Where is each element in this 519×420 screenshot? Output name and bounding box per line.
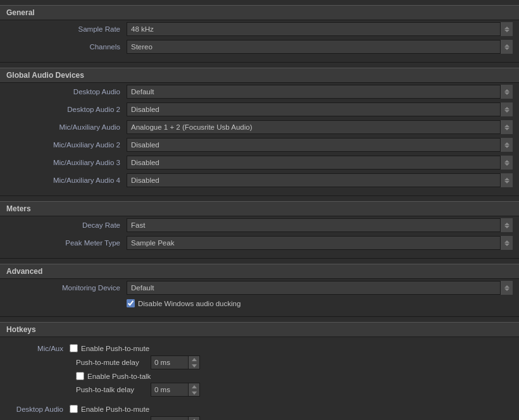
svg-marker-0: [192, 358, 197, 361]
mic-aux2-select[interactable]: Disabled Default: [127, 138, 513, 152]
svg-marker-3: [192, 392, 197, 395]
mic-aux-row: Mic/Auxiliary Audio Analogue 1 + 2 (Focu…: [0, 118, 519, 136]
desktop-audio-select[interactable]: Default Disabled: [127, 85, 513, 99]
mic-aux4-row: Mic/Auxiliary Audio 4 Disabled Default: [0, 171, 519, 189]
mic-aux3-select[interactable]: Disabled Default: [127, 156, 513, 170]
mic-push-to-talk-delay-input[interactable]: [151, 383, 189, 397]
mic-aux4-select[interactable]: Disabled Default: [127, 173, 513, 187]
disable-ducking-row: Disable Windows audio ducking: [0, 297, 519, 310]
mic-aux-hotkey-label: Mic/Aux: [6, 345, 70, 352]
mic-push-to-talk-delay-input-wrap: [151, 383, 200, 397]
peak-meter-select[interactable]: Sample Peak True Peak: [127, 236, 513, 250]
decay-rate-row: Decay Rate Fast Medium Slow: [0, 216, 519, 234]
mic-push-to-talk-delay-row: Push-to-talk delay: [76, 381, 513, 398]
mic-aux2-label: Mic/Auxiliary Audio 2: [6, 141, 127, 149]
desktop-audio-label: Desktop Audio: [6, 88, 127, 96]
mic-push-to-mute-spin-buttons: [189, 355, 200, 369]
general-header: General: [0, 5, 519, 20]
channels-row: Channels Stereo Mono: [0, 38, 519, 56]
hotkeys-header: Hotkeys: [0, 322, 519, 337]
mic-push-to-talk-spin-up[interactable]: [189, 383, 199, 390]
advanced-header: Advanced: [0, 264, 519, 279]
channels-label: Channels: [6, 43, 127, 51]
mic-aux-hotkey-group: Mic/Aux Enable Push-to-mute Push-to-mute…: [6, 342, 513, 398]
desktop-audio-control: Default Disabled: [127, 85, 513, 99]
decay-rate-control: Fast Medium Slow: [127, 218, 513, 232]
desktop-audio-row: Desktop Audio Default Disabled: [0, 83, 519, 101]
mic-push-to-mute-delay-row: Push-to-mute delay: [76, 354, 513, 371]
desktop-audio2-row: Desktop Audio 2 Disabled Default: [0, 101, 519, 118]
desktop-push-to-mute-delay-row: Push-to-mute delay: [76, 415, 513, 420]
mic-push-to-mute-delay-label: Push-to-mute delay: [76, 359, 146, 366]
peak-meter-control: Sample Peak True Peak: [127, 236, 513, 250]
advanced-panel: Advanced Monitoring Device Default Disab…: [0, 259, 519, 317]
desktop-push-to-mute-spin-buttons: [189, 416, 200, 420]
mic-push-to-talk-spin-buttons: [189, 383, 200, 397]
desktop-audio2-control: Disabled Default: [127, 102, 513, 116]
meters-panel: Meters Decay Rate Fast Medium Slow Peak …: [0, 196, 519, 259]
mic-aux2-row: Mic/Auxiliary Audio 2 Disabled Default: [0, 136, 519, 154]
desktop-push-to-mute-checkbox[interactable]: [70, 405, 78, 413]
desktop-audio-hotkey-group: Desktop Audio Enable Push-to-mute Push-t…: [6, 403, 513, 420]
desktop-audio2-label: Desktop Audio 2: [6, 106, 127, 113]
mic-aux-label: Mic/Auxiliary Audio: [6, 123, 127, 131]
mic-push-to-mute-delay-input[interactable]: [151, 355, 189, 369]
disable-ducking-label: Disable Windows audio ducking: [138, 300, 241, 307]
peak-meter-row: Peak Meter Type Sample Peak True Peak: [0, 234, 519, 252]
decay-rate-label: Decay Rate: [6, 221, 127, 229]
desktop-audio-hotkey-label: Desktop Audio: [6, 405, 70, 413]
spin-down-icon: [192, 392, 197, 395]
global-audio-panel: Global Audio Devices Desktop Audio Defau…: [0, 63, 519, 196]
meters-header: Meters: [0, 201, 519, 216]
spin-up-icon: [192, 385, 197, 388]
hotkeys-content: Mic/Aux Enable Push-to-mute Push-to-mute…: [0, 337, 519, 420]
mic-aux2-control: Disabled Default: [127, 138, 513, 152]
sample-rate-label: Sample Rate: [6, 25, 127, 33]
desktop-audio-mute-row: Desktop Audio Enable Push-to-mute: [6, 403, 513, 415]
mic-aux3-control: Disabled Default: [127, 156, 513, 170]
peak-meter-label: Peak Meter Type: [6, 239, 127, 247]
monitoring-device-control: Default Disabled: [127, 281, 513, 295]
mic-push-to-mute-spin-down[interactable]: [189, 362, 199, 369]
mic-aux-mute-row: Mic/Aux Enable Push-to-mute: [6, 342, 513, 354]
mic-push-to-talk-row: Enable Push-to-talk: [76, 371, 513, 381]
desktop-audio2-select[interactable]: Disabled Default: [127, 102, 513, 116]
channels-control: Stereo Mono: [127, 40, 513, 54]
decay-rate-select[interactable]: Fast Medium Slow: [127, 218, 513, 232]
mic-push-to-mute-label: Enable Push-to-mute: [81, 345, 149, 352]
mic-push-to-talk-spin-down[interactable]: [189, 390, 199, 396]
mic-aux3-label: Mic/Auxiliary Audio 3: [6, 159, 127, 166]
hotkeys-panel: Hotkeys Mic/Aux Enable Push-to-mute Push…: [0, 317, 519, 420]
sample-rate-select[interactable]: 48 kHz 44.1 kHz 96 kHz 192 kHz: [127, 22, 513, 36]
svg-marker-1: [192, 364, 197, 368]
desktop-push-to-mute-delay-wrap: [151, 416, 200, 420]
mic-push-to-talk-label: Enable Push-to-talk: [87, 373, 151, 380]
mic-aux3-row: Mic/Auxiliary Audio 3 Disabled Default: [0, 154, 519, 171]
monitoring-device-label: Monitoring Device: [6, 284, 127, 292]
mic-aux-control: Analogue 1 + 2 (Focusrite Usb Audio) Dis…: [127, 120, 513, 134]
general-panel: General Sample Rate 48 kHz 44.1 kHz 96 k…: [0, 0, 519, 63]
disable-ducking-checkbox[interactable]: [127, 299, 135, 307]
channels-select[interactable]: Stereo Mono: [127, 40, 513, 54]
desktop-push-to-mute-delay-input[interactable]: [151, 416, 189, 420]
mic-push-to-talk-delay-label: Push-to-talk delay: [76, 386, 146, 393]
mic-push-to-mute-spin-up[interactable]: [189, 356, 199, 362]
global-audio-header: Global Audio Devices: [0, 68, 519, 83]
mic-aux-select[interactable]: Analogue 1 + 2 (Focusrite Usb Audio) Dis…: [127, 120, 513, 134]
mic-push-to-talk-checkbox[interactable]: [76, 372, 84, 380]
mic-aux4-label: Mic/Auxiliary Audio 4: [6, 176, 127, 184]
monitoring-device-row: Monitoring Device Default Disabled: [0, 279, 519, 297]
monitoring-device-select[interactable]: Default Disabled: [127, 281, 513, 295]
svg-marker-2: [192, 385, 197, 388]
sample-rate-control: 48 kHz 44.1 kHz 96 kHz 192 kHz: [127, 22, 513, 36]
sample-rate-row: Sample Rate 48 kHz 44.1 kHz 96 kHz 192 k…: [0, 20, 519, 38]
mic-aux4-control: Disabled Default: [127, 173, 513, 187]
desktop-push-to-mute-spin-up[interactable]: [189, 417, 199, 420]
spin-up-icon: [192, 358, 197, 361]
spin-down-icon: [192, 364, 197, 368]
desktop-push-to-mute-label: Enable Push-to-mute: [81, 405, 149, 413]
mic-push-to-mute-delay-input-wrap: [151, 355, 200, 369]
mic-push-to-mute-checkbox[interactable]: [70, 344, 78, 352]
